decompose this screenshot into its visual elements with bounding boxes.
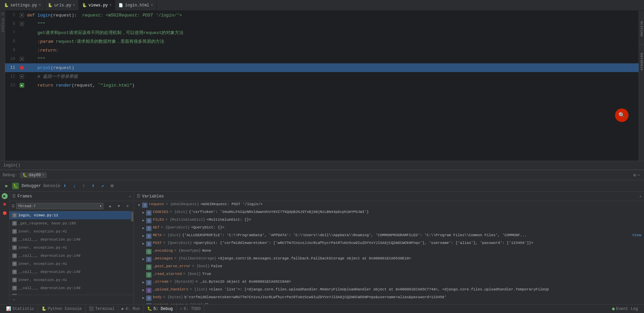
var-type-body: = {bytes} <box>163 295 183 299</box>
fold-marker-5[interactable]: ▼ <box>20 13 24 17</box>
var-expand-files[interactable]: ▶ <box>141 218 146 222</box>
evaluate-btn[interactable]: ⊞ <box>108 182 116 190</box>
fold-marker-6[interactable]: ▼ <box>20 22 24 26</box>
var-expand-uh[interactable]: ▶ <box>141 287 146 292</box>
var-post-parse-error[interactable]: ▶ ☰ _post_parse_error = {bool} False <box>134 263 644 271</box>
close-icon-3[interactable]: × <box>109 3 111 7</box>
show-all-frames-btn[interactable]: ⋯ <box>11 296 16 304</box>
thread-down-btn[interactable]: ▼ <box>115 202 123 210</box>
code-line-5: 5 ▼ def login(request): request: <WSGIRe… <box>5 11 639 20</box>
frames-items: ☰ login, views.py:11 ☰ _get_response, ba… <box>9 211 131 295</box>
frame-item-login[interactable]: ☰ login, views.py:11 <box>9 211 131 219</box>
frame-label-7: inner, exception.py:41 <box>18 262 67 266</box>
var-read-started[interactable]: ▶ ☰ _read_started = {bool} True <box>134 271 644 279</box>
status-terminal[interactable]: ⬛ Terminal <box>86 305 118 313</box>
var-content-params[interactable]: ▶ ☰ content_params = {dict} {} <box>134 302 644 304</box>
run-cursor-btn[interactable]: ↗ <box>99 182 107 190</box>
code-editor[interactable]: 5 ▼ def login(request): request: <WSGIRe… <box>5 11 639 161</box>
frame-label-4: __call__, deprecation.py:140 <box>18 238 80 242</box>
stop-control[interactable]: ⏹ <box>1 200 9 208</box>
var-upload-handlers[interactable]: ▶ ☰ _upload_handlers = {list} <class 'li… <box>134 286 644 294</box>
thread-name: Thread-7 <box>18 204 36 208</box>
frame-item-inner-1[interactable]: ☰ inner, exception.py:41 <box>9 227 131 236</box>
frame-item-call-2[interactable]: ☰ __call__, deprecation.py:140 <box>9 252 131 260</box>
step-up-btn[interactable]: ⬆ <box>89 182 97 190</box>
resume-button[interactable]: ▶ <box>3 182 11 190</box>
console-tab[interactable]: Console <box>48 183 55 189</box>
status-python-console[interactable]: 🐍 Python Console <box>38 305 86 313</box>
close-icon[interactable]: × <box>39 3 41 7</box>
fold-marker-12[interactable]: ▼ <box>20 74 24 79</box>
var-encoding[interactable]: ▶ ☰ _encoding = {NoneType} None <box>134 248 644 255</box>
tab-urls[interactable]: 🐍 urls.py × <box>44 0 78 11</box>
var-body[interactable]: ▶ ☰ body = {bytes} b'csrfmiddlewaretoken… <box>134 294 644 302</box>
frames-icon: ☰ <box>12 194 16 199</box>
var-expand-body[interactable]: ▶ <box>141 295 146 300</box>
frame-icon-1: ☰ <box>12 213 17 218</box>
var-expand-cookies[interactable]: ▶ <box>141 210 146 215</box>
status-todo[interactable]: ✓ 6: TODO <box>176 305 204 313</box>
frame-icon-3: ☰ <box>12 229 17 234</box>
thread-dropdown[interactable]: Thread-7 ▾ <box>16 203 103 209</box>
tab-login[interactable]: 📄 login.html × <box>115 0 157 11</box>
tab-settings[interactable]: 🐍 settings.py × <box>1 0 44 11</box>
var-expand-request[interactable]: ▶ <box>137 202 142 207</box>
var-expand-stream[interactable]: ▶ <box>141 280 146 284</box>
frame-item-inner-4[interactable]: ☰ inner, exception.py:41 <box>9 276 131 284</box>
thread-controls: ▲ ▼ + <box>106 202 132 210</box>
close-icon-2[interactable]: × <box>73 3 75 7</box>
frame-label-11: inner, exception.py:41 <box>18 294 67 295</box>
var-expand-meta[interactable]: ▶ <box>141 233 146 238</box>
var-files[interactable]: ▶ ☰ FILES = {MultiValueDict} <MultiValue… <box>134 217 644 224</box>
var-expand-post[interactable]: ▶ <box>141 241 146 246</box>
frame-item-inner-5[interactable]: ☰ inner, exception.py:41 <box>9 292 131 295</box>
tab-login-label: login.html <box>125 3 149 8</box>
debugger-label[interactable]: Debugger <box>20 184 42 188</box>
thread-add-btn[interactable]: + <box>124 202 132 210</box>
debugger-tab[interactable]: 🐛 <box>12 183 19 189</box>
status-statistic[interactable]: 📊 Statistic <box>3 305 38 313</box>
var-post[interactable]: ▶ ☰ POST = {QueryDict} <QueryDict: {'csr… <box>134 240 644 248</box>
var-cookies[interactable]: ▶ ☰ COOKIES = {dict} {'csrftoken': '2HuH… <box>134 209 644 217</box>
frame-item-inner-3[interactable]: ☰ inner, exception.py:41 <box>9 260 131 268</box>
event-log[interactable]: Event Log <box>609 307 641 311</box>
frame-item-inner-2[interactable]: ☰ inner, exception.py:41 <box>9 244 131 252</box>
frame-item-call-1[interactable]: ☰ __call__, deprecation.py:140 <box>9 236 131 244</box>
var-get[interactable]: ▶ ☰ GET = {QueryDict} <QueryDict: {}> <box>134 224 644 232</box>
step-over-btn[interactable]: ⬇ <box>61 182 69 190</box>
line-number-10: 10 <box>5 57 19 61</box>
frame-item-get-response[interactable]: ☰ _get_response, base.py:185 <box>9 219 131 227</box>
status-run[interactable]: ▶ 4: Run <box>118 305 143 313</box>
frames-expand-icon[interactable]: ↗ <box>129 194 131 198</box>
sciview-label[interactable]: SciView <box>640 21 644 36</box>
var-stream[interactable]: ▶ ☰ _stream = {BytesIO} < _io.BytesIO ob… <box>134 279 644 286</box>
var-expand-messages[interactable]: ▶ <box>141 256 146 261</box>
close-session-icon[interactable]: × <box>42 173 44 177</box>
frames-scrollbar-thumb[interactable] <box>131 212 133 222</box>
var-expand-get[interactable]: ▶ <box>141 225 146 230</box>
debug-session-tab[interactable]: 🐛 day60 × <box>20 172 47 178</box>
step-into-btn[interactable]: ↓ <box>70 182 78 190</box>
settings-button[interactable]: ⚙ — <box>632 173 641 178</box>
variables-expand-icon[interactable]: ↗ <box>639 194 641 198</box>
var-meta[interactable]: ▶ ☰ META = {dict} {'ALLUSERSPROFILE': 'C… <box>134 232 644 240</box>
var-request[interactable]: ▶ ☰ request = {WSGIRequest} <WSGIRequest… <box>134 201 644 209</box>
view-link-meta[interactable]: View <box>633 233 641 237</box>
var-value-rs: True <box>202 272 641 276</box>
play-control[interactable]: ▶ <box>2 193 8 199</box>
database-label[interactable]: Database <box>640 53 644 71</box>
tab-views[interactable]: 🐍 views.py × <box>79 0 115 11</box>
step-out-btn[interactable]: ↑ <box>80 182 88 190</box>
thread-up-btn[interactable]: ▲ <box>106 202 114 210</box>
search-button[interactable]: 🔍 <box>615 108 629 122</box>
frame-item-call-3[interactable]: ☰ __call__, deprecation.py:140 <box>9 268 131 276</box>
mute-control[interactable]: 🔴 <box>1 209 9 217</box>
close-icon-4[interactable]: × <box>151 3 153 7</box>
var-messages[interactable]: ▶ ☰ _messages = {FallbackStorage} <djang… <box>134 255 644 263</box>
frames-scrollbar[interactable] <box>131 211 134 295</box>
breakpoint-11[interactable] <box>20 66 24 70</box>
gutter-11 <box>19 66 25 70</box>
fold-marker-10[interactable]: ▼ <box>20 57 24 61</box>
status-debug[interactable]: 🐛 5: Debug <box>144 305 177 313</box>
frame-item-call-4[interactable]: ☰ __call__, deprecation.py:140 <box>9 284 131 292</box>
